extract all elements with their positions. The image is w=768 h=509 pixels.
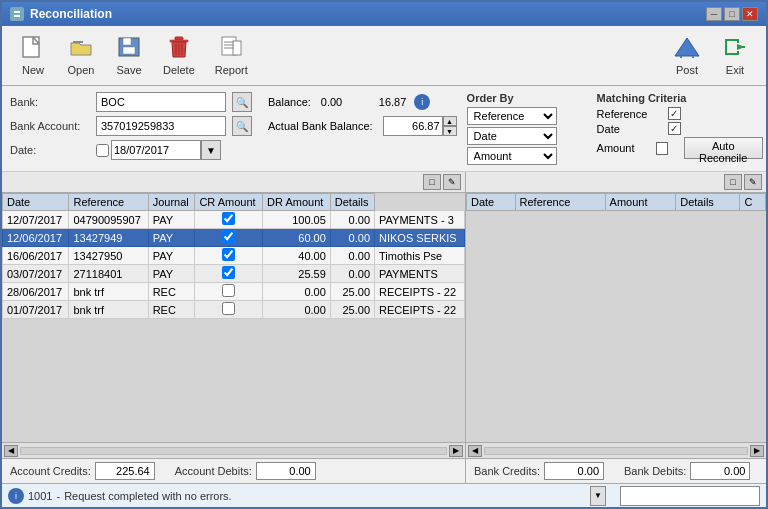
window-title: Reconciliation xyxy=(30,7,112,21)
left-panel-fit-button[interactable]: □ xyxy=(423,174,441,190)
left-panel-view-button[interactable]: ✎ xyxy=(443,174,461,190)
right-horizontal-scroll[interactable]: ◀ ▶ xyxy=(466,442,766,458)
delete-button[interactable]: Delete xyxy=(154,30,204,81)
cell-reference: 13427950 xyxy=(69,247,148,265)
left-horizontal-scroll[interactable]: ◀ ▶ xyxy=(2,442,465,458)
status-info-icon: i xyxy=(8,488,24,504)
left-table-container[interactable]: Date Reference Journal CR Amount DR Amou… xyxy=(2,193,465,442)
actual-balance-input[interactable] xyxy=(383,116,443,136)
right-scroll-right-button[interactable]: ▶ xyxy=(750,445,764,457)
cell-cr-amount: 25.59 xyxy=(263,265,331,283)
right-col-details: Details xyxy=(676,194,740,211)
cell-details: RECEIPTS - 22 xyxy=(375,301,465,319)
exit-icon xyxy=(721,35,749,63)
actual-balance-label: Actual Bank Balance: xyxy=(268,120,373,132)
status-bar: i 1001 - Request completed with no error… xyxy=(2,483,766,507)
row-checkbox[interactable] xyxy=(222,212,235,225)
right-scroll-left-button[interactable]: ◀ xyxy=(468,445,482,457)
exit-button[interactable]: Exit xyxy=(712,30,758,81)
account-credits-value: 225.64 xyxy=(95,462,155,480)
right-panel-toolbar: □ ✎ xyxy=(466,172,766,193)
row-checkbox[interactable] xyxy=(222,284,235,297)
table-row[interactable]: 12/06/2017 13427949 PAY 60.00 0.00 NIKOS… xyxy=(3,229,465,247)
date-row: Date: ▼ xyxy=(10,140,457,160)
svg-rect-2 xyxy=(14,15,20,17)
bank-search-button[interactable]: 🔍 xyxy=(232,92,252,112)
account-credits-label: Account Credits: xyxy=(10,465,91,477)
left-scroll-left-button[interactable]: ◀ xyxy=(4,445,18,457)
table-row[interactable]: 01/07/2017 bnk trf REC 0.00 25.00 RECEIP… xyxy=(3,301,465,319)
spin-up-button[interactable]: ▲ xyxy=(443,116,457,126)
cell-checkbox[interactable] xyxy=(195,229,263,247)
right-table-container[interactable]: Date Reference Amount Details C xyxy=(466,193,766,442)
matching-amount-checkbox[interactable] xyxy=(656,142,667,155)
minimize-button[interactable]: ─ xyxy=(706,7,722,21)
cell-reference: 13427949 xyxy=(69,229,148,247)
new-button[interactable]: New xyxy=(10,30,56,81)
date-checkbox[interactable] xyxy=(96,144,109,157)
account-debits-value: 0.00 xyxy=(256,462,316,480)
right-panel-fit-button[interactable]: □ xyxy=(724,174,742,190)
cell-checkbox[interactable] xyxy=(195,211,263,229)
cell-reference: 27118401 xyxy=(69,265,148,283)
matching-date-row: Date xyxy=(597,122,763,135)
left-table: Date Reference Journal CR Amount DR Amou… xyxy=(2,193,465,319)
left-scroll-right-button[interactable]: ▶ xyxy=(449,445,463,457)
close-button[interactable]: ✕ xyxy=(742,7,758,21)
cell-cr-amount: 40.00 xyxy=(263,247,331,265)
bank-debits-field: Bank Debits: 0.00 xyxy=(624,462,750,480)
row-checkbox[interactable] xyxy=(222,230,235,243)
row-checkbox[interactable] xyxy=(222,302,235,315)
maximize-button[interactable]: □ xyxy=(724,7,740,21)
right-col-amount: Amount xyxy=(605,194,676,211)
auto-reconcile-button[interactable]: Auto Reconcile xyxy=(684,137,763,159)
left-panel-toolbar: □ ✎ xyxy=(2,172,465,193)
date-input[interactable] xyxy=(111,140,201,160)
new-label: New xyxy=(22,64,44,76)
table-row[interactable]: 16/06/2017 13427950 PAY 40.00 0.00 Timot… xyxy=(3,247,465,265)
cell-checkbox[interactable] xyxy=(195,301,263,319)
order-by-amount-select[interactable]: Amount Reference Date xyxy=(467,147,557,165)
open-button[interactable]: Open xyxy=(58,30,104,81)
spin-down-button[interactable]: ▼ xyxy=(443,126,457,136)
row-checkbox[interactable] xyxy=(222,266,235,279)
status-dropdown-button[interactable]: ▼ xyxy=(590,486,606,506)
svg-rect-14 xyxy=(233,41,241,55)
cell-checkbox[interactable] xyxy=(195,265,263,283)
table-row[interactable]: 28/06/2017 bnk trf REC 0.00 25.00 RECEIP… xyxy=(3,283,465,301)
balance-value: 0.00 xyxy=(321,96,371,108)
right-col-date: Date xyxy=(467,194,516,211)
cell-checkbox[interactable] xyxy=(195,247,263,265)
cell-journal: PAY xyxy=(148,229,195,247)
matching-amount-label: Amount xyxy=(597,142,651,154)
order-by-date-select[interactable]: Date Reference Amount xyxy=(467,127,557,145)
balance-label: Balance: xyxy=(268,96,311,108)
right-controls: Order By Reference Date Amount Date Refe… xyxy=(467,92,763,167)
table-row[interactable]: 03/07/2017 27118401 PAY 25.59 0.00 PAYME… xyxy=(3,265,465,283)
cell-checkbox[interactable] xyxy=(195,283,263,301)
info-button[interactable]: i xyxy=(414,94,430,110)
order-by-reference-select[interactable]: Reference Date Amount xyxy=(467,107,557,125)
form-section: Bank: 🔍 Balance: 0.00 16.87 i Bank Accou… xyxy=(2,86,766,172)
svg-rect-6 xyxy=(123,38,131,45)
cell-dr-amount: 25.00 xyxy=(330,283,374,301)
matching-date-checkbox[interactable] xyxy=(668,122,681,135)
date-picker-button[interactable]: ▼ xyxy=(201,140,221,160)
account-search-button[interactable]: 🔍 xyxy=(232,116,252,136)
bank-input[interactable] xyxy=(96,92,226,112)
bank-account-input[interactable] xyxy=(96,116,226,136)
delete-label: Delete xyxy=(163,64,195,76)
table-row[interactable]: 12/07/2017 04790095907 PAY 100.05 0.00 P… xyxy=(3,211,465,229)
matching-date-label: Date xyxy=(597,123,662,135)
right-scroll-track[interactable] xyxy=(484,447,748,455)
title-bar-left: Reconciliation xyxy=(10,7,112,21)
status-code: 1001 xyxy=(28,490,52,502)
report-button[interactable]: Report xyxy=(206,30,257,81)
save-button[interactable]: Save xyxy=(106,30,152,81)
matching-reference-checkbox[interactable] xyxy=(668,107,681,120)
post-button[interactable]: Post xyxy=(664,30,710,81)
left-scroll-track[interactable] xyxy=(20,447,447,455)
row-checkbox[interactable] xyxy=(222,248,235,261)
status-search-input[interactable] xyxy=(620,486,760,506)
right-panel-view-button[interactable]: ✎ xyxy=(744,174,762,190)
